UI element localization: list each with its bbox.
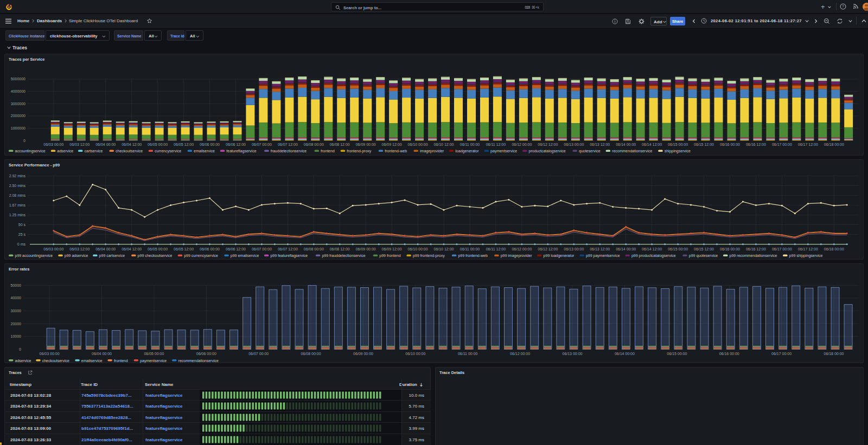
svg-text:06/15 00:00: 06/15 00:00 — [667, 352, 687, 356]
svg-text:06/16 12:00: 06/16 12:00 — [746, 247, 766, 251]
svg-text:25 s: 25 s — [18, 233, 26, 236]
svg-text:06/14 12:00: 06/14 12:00 — [642, 143, 662, 146]
svg-text:06/05 12:00: 06/05 12:00 — [174, 143, 194, 146]
svg-text:06/04 12:00: 06/04 12:00 — [122, 247, 142, 251]
svg-text:06/07 00:00: 06/07 00:00 — [252, 247, 272, 251]
svg-text:06/09 00:00: 06/09 00:00 — [353, 352, 373, 356]
svg-text:06/05 00:00: 06/05 00:00 — [148, 143, 168, 146]
svg-text:p99 productcatalogservice: p99 productcatalogservice — [631, 254, 676, 258]
svg-text:06/18 00:00: 06/18 00:00 — [824, 247, 844, 251]
svg-text:1.67 mins: 1.67 mins — [9, 203, 26, 207]
svg-text:06/10 12:00: 06/10 12:00 — [434, 143, 454, 146]
svg-text:featureflagservice: featureflagservice — [226, 149, 256, 153]
svg-text:06/11 00:00: 06/11 00:00 — [460, 143, 480, 146]
svg-text:2.50 mins: 2.50 mins — [9, 184, 26, 188]
svg-text:cartservice: cartservice — [85, 149, 103, 153]
svg-text:06/12 00:00: 06/12 00:00 — [510, 352, 530, 356]
svg-text:2000000: 2000000 — [11, 114, 25, 118]
svg-text:06/05 00:00: 06/05 00:00 — [148, 247, 168, 251]
svg-text:?: ? — [842, 4, 844, 8]
svg-text:06/04 00:00: 06/04 00:00 — [95, 143, 116, 146]
svg-text:06/17 00:00: 06/17 00:00 — [772, 247, 792, 251]
svg-text:p99 imageprovider: p99 imageprovider — [501, 254, 533, 258]
svg-text:06/07 12:00: 06/07 12:00 — [278, 143, 298, 146]
svg-text:3000000: 3000000 — [11, 102, 25, 106]
svg-text:06/16 00:00: 06/16 00:00 — [719, 352, 739, 356]
svg-text:06/04 12:00: 06/04 12:00 — [122, 143, 142, 146]
svg-text:06/12 00:00: 06/12 00:00 — [512, 143, 532, 146]
svg-text:0: 0 — [19, 347, 21, 351]
svg-text:2.08 mins: 2.08 mins — [9, 194, 26, 197]
svg-text:2.92 mins: 2.92 mins — [9, 174, 26, 178]
svg-text:loadgenerator: loadgenerator — [455, 149, 479, 153]
svg-text:06/06 12:00: 06/06 12:00 — [226, 247, 246, 251]
svg-text:frontend: frontend — [114, 359, 128, 363]
svg-text:06/03 00:00: 06/03 00:00 — [40, 352, 60, 356]
svg-text:frontend-proxy: frontend-proxy — [347, 149, 372, 153]
svg-text:06/07 00:00: 06/07 00:00 — [252, 143, 272, 146]
svg-text:06/08 00:00: 06/08 00:00 — [301, 352, 321, 356]
svg-text:40000: 40000 — [11, 296, 22, 300]
svg-text:accountingservice: accountingservice — [15, 149, 46, 153]
svg-text:06/14 00:00: 06/14 00:00 — [616, 143, 636, 146]
svg-text:06/11 12:00: 06/11 12:00 — [486, 247, 506, 251]
svg-text:p99 featureflagservice: p99 featureflagservice — [270, 254, 308, 258]
svg-text:p99 accountingservice: p99 accountingservice — [15, 254, 53, 258]
svg-text:adservice: adservice — [15, 359, 31, 363]
svg-text:p99 recommendationservice: p99 recommendationservice — [730, 254, 777, 258]
svg-text:06/14 00:00: 06/14 00:00 — [615, 352, 635, 356]
svg-text:0 ms: 0 ms — [17, 242, 26, 246]
svg-text:06/03 00:00: 06/03 00:00 — [43, 247, 63, 251]
svg-text:p99 adservice: p99 adservice — [65, 254, 88, 258]
svg-text:06/13 12:00: 06/13 12:00 — [590, 247, 610, 251]
svg-text:p99 cartservice: p99 cartservice — [99, 254, 125, 258]
svg-text:06/09 12:00: 06/09 12:00 — [382, 143, 402, 146]
svg-text:frontend-web: frontend-web — [385, 149, 407, 153]
svg-text:frauddetectionservice: frauddetectionservice — [271, 149, 307, 153]
svg-text:emailservice: emailservice — [194, 149, 215, 153]
svg-text:06/14 00:00: 06/14 00:00 — [616, 247, 636, 251]
svg-text:06/17 12:00: 06/17 12:00 — [798, 247, 818, 251]
svg-text:06/05 12:00: 06/05 12:00 — [174, 247, 194, 251]
svg-text:06/09 12:00: 06/09 12:00 — [382, 247, 402, 251]
svg-text:0: 0 — [23, 139, 25, 143]
svg-text:06/10 12:00: 06/10 12:00 — [434, 247, 454, 251]
svg-text:06/03 00:00: 06/03 00:00 — [43, 143, 63, 146]
svg-text:50000: 50000 — [11, 283, 22, 287]
svg-text:p99 paymentservice: p99 paymentservice — [586, 254, 620, 258]
svg-text:06/11 00:00: 06/11 00:00 — [460, 247, 480, 251]
svg-text:06/12 12:00: 06/12 12:00 — [538, 247, 558, 251]
svg-text:06/08 00:00: 06/08 00:00 — [304, 143, 324, 146]
svg-text:06/06 12:00: 06/06 12:00 — [226, 143, 246, 146]
svg-text:06/06 00:00: 06/06 00:00 — [200, 143, 220, 146]
svg-text:4000000: 4000000 — [11, 89, 25, 93]
svg-text:06/16 12:00: 06/16 12:00 — [746, 143, 766, 146]
svg-text:06/08 12:00: 06/08 12:00 — [330, 143, 350, 146]
svg-text:06/15 00:00: 06/15 00:00 — [668, 247, 688, 251]
svg-text:shippingservice: shippingservice — [665, 149, 691, 153]
svg-text:imageprovider: imageprovider — [420, 149, 444, 153]
svg-text:p99 frontend: p99 frontend — [379, 254, 400, 258]
svg-text:06/05 00:00: 06/05 00:00 — [144, 352, 164, 356]
svg-text:06/17 12:00: 06/17 12:00 — [798, 143, 818, 146]
svg-text:20000: 20000 — [11, 322, 22, 326]
svg-text:06/13 00:00: 06/13 00:00 — [563, 352, 583, 356]
svg-text:06/17 00:00: 06/17 00:00 — [771, 352, 792, 356]
svg-text:06/13 12:00: 06/13 12:00 — [590, 143, 610, 146]
svg-text:checkoutservice: checkoutservice — [116, 149, 143, 153]
svg-text:1.25 mins: 1.25 mins — [9, 213, 26, 217]
svg-text:06/03 12:00: 06/03 12:00 — [69, 143, 90, 146]
svg-text:frontend: frontend — [321, 149, 335, 153]
svg-text:06/07 00:00: 06/07 00:00 — [248, 352, 269, 356]
svg-text:06/17 00:00: 06/17 00:00 — [772, 143, 792, 146]
svg-text:06/04 00:00: 06/04 00:00 — [92, 352, 112, 356]
svg-text:currencyservice: currencyservice — [155, 149, 181, 153]
svg-text:p99 shippingservice: p99 shippingservice — [789, 254, 823, 258]
svg-text:06/11 12:00: 06/11 12:00 — [486, 143, 506, 146]
svg-text:emailservice: emailservice — [81, 359, 103, 363]
svg-text:06/10 00:00: 06/10 00:00 — [408, 143, 428, 146]
svg-text:06/09 00:00: 06/09 00:00 — [356, 143, 376, 146]
svg-text:06/13 00:00: 06/13 00:00 — [564, 143, 584, 146]
svg-text:p99 frontend-proxy: p99 frontend-proxy — [413, 254, 445, 258]
svg-text:p99 currencyservice: p99 currencyservice — [184, 254, 218, 258]
